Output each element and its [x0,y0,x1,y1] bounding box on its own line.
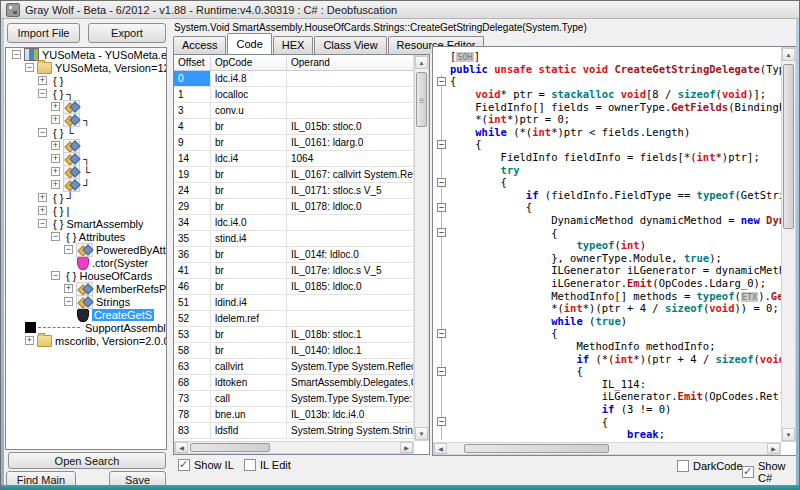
table-row[interactable]: 9brIL_0161: ldarg.0 [174,135,414,151]
tree-item[interactable]: +MemberRefsPr [6,282,166,295]
fold-gutter[interactable] [433,403,450,416]
table-row[interactable]: 46brIL_0185: ldloc.0 [174,279,414,295]
tree-expander-icon[interactable]: − [51,232,60,241]
table-row[interactable]: 24brIL_0171: stloc.s V_5 [174,183,414,199]
fold-collapse-icon[interactable]: − [437,178,446,187]
tree-expander-icon[interactable]: + [51,180,60,189]
tree-expander-icon[interactable]: − [38,89,47,98]
fold-gutter[interactable]: − [433,138,450,151]
fold-gutter[interactable] [433,113,450,126]
tree-expander-icon[interactable]: + [51,115,60,124]
column-header[interactable]: Offset [174,55,211,70]
fold-gutter[interactable] [433,277,450,290]
tree-item[interactable]: −{ } SmartAssembly [6,217,166,230]
code-vscroll-thumb[interactable] [783,64,794,229]
tree-expander-icon[interactable]: − [64,297,73,306]
fold-gutter[interactable] [433,151,450,164]
tree-item[interactable]: .ctor(Syster [6,256,166,269]
fold-gutter[interactable]: − [433,365,450,378]
fold-gutter[interactable] [433,289,450,302]
table-row[interactable]: 19brIL_0167: callvirt System.Reflection. [174,167,414,183]
fold-gutter[interactable] [433,214,450,227]
show-csharp-checkbox[interactable]: Show C# [742,460,799,484]
table-row[interactable]: 78bne.unIL_013b: ldc.i4.0 [174,407,414,423]
show-il-checkbox[interactable]: Show IL [178,459,234,471]
table-row[interactable]: 35stind.i4 [174,231,414,247]
table-row[interactable]: 34ldc.i4.0 [174,215,414,231]
il-table-scroll-down-arrow[interactable]: ▼ [415,427,428,440]
column-header[interactable]: OpCode [211,55,287,70]
code-scroll-down-arrow[interactable]: ▼ [782,428,795,441]
tree-expander-icon[interactable]: + [51,102,60,111]
tree-item[interactable]: CreateGetS [6,308,166,321]
fold-gutter[interactable] [433,100,450,113]
darkcode-checkbox[interactable]: DarkCode [677,460,743,472]
tab-code[interactable]: Code [227,33,271,54]
csharp-code-panel[interactable]: [SOH]public unsafe static void CreateGet… [432,46,797,456]
table-row[interactable]: 36brIL_014f: ldloc.0 [174,247,414,263]
table-row[interactable]: 3conv.u [174,103,414,119]
tree-item[interactable]: +┘ [6,178,166,191]
fold-gutter[interactable] [433,264,450,277]
tree-expander-icon[interactable]: + [51,167,60,176]
fold-gutter[interactable]: − [433,226,450,239]
tree-item[interactable]: −{ } ┐ [6,87,166,100]
fold-collapse-icon[interactable]: − [437,77,446,86]
tree-item[interactable]: +{ } | [6,204,166,217]
fold-collapse-icon[interactable]: − [437,367,446,376]
tree-item[interactable]: −Strings [6,295,166,308]
tree-item[interactable]: −YUSoMeta, Version=12.34. [6,61,166,74]
fold-gutter[interactable] [433,252,450,265]
tree-item[interactable]: −{ } Attributes [6,230,166,243]
title-bar[interactable]: Gray Wolf - Beta - 6/2012 - v1.88 - Runt… [1,1,799,19]
tree-expander-icon[interactable]: + [38,206,47,215]
il-table-scroll-up-arrow[interactable]: ▲ [415,56,428,69]
fold-gutter[interactable] [433,302,450,315]
table-row[interactable]: 1localloc [174,87,414,103]
table-row[interactable]: 0ldc.i4.8 [174,71,414,87]
tree-item[interactable]: +mscorlib, Version=2.0.0.0, C [6,334,166,347]
fold-gutter[interactable]: − [433,176,450,189]
fold-collapse-icon[interactable]: − [437,203,446,212]
table-row[interactable]: 53brIL_018b: stloc.1 [174,327,414,343]
fold-gutter[interactable] [433,352,450,365]
import-file-button[interactable]: Import File [7,23,80,43]
fold-gutter[interactable] [433,189,450,202]
tab-hex[interactable]: HEX [273,36,314,54]
table-row[interactable]: 58brIL_0140: ldloc.1 [174,343,414,359]
open-search-button[interactable]: Open Search [8,452,166,469]
tree-expander-icon[interactable]: − [64,245,73,254]
fold-gutter[interactable]: − [433,75,450,88]
table-row[interactable]: 63callvirtSystem.Type System.Reflection.… [174,359,414,375]
code-hscroll-thumb[interactable] [464,444,609,453]
tree-item[interactable]: +{ } ┘ [6,191,166,204]
tree-expander-icon[interactable]: + [51,154,60,163]
fold-gutter[interactable] [433,50,450,63]
tree-expander-icon[interactable]: + [38,193,47,202]
tab-class-view[interactable]: Class View [314,36,386,54]
fold-gutter[interactable]: − [433,415,450,428]
fold-gutter[interactable] [433,239,450,252]
column-header[interactable]: Operand [287,55,414,70]
tree-expander-icon[interactable]: − [51,271,60,280]
il-table-vscroll-thumb[interactable]: ☰ [416,72,427,127]
tree-item[interactable]: −{ } └ [6,126,166,139]
tree-item[interactable]: −YUSoMeta - YUSoMeta.exe [6,48,166,61]
fold-gutter[interactable] [433,163,450,176]
tree-expander-icon[interactable]: + [51,141,60,150]
code-scroll-left-arrow[interactable]: ◀ [434,443,447,454]
tree-item[interactable]: −PoweredByAttr [6,243,166,256]
table-row[interactable]: 52ldelem.ref [174,311,414,327]
export-button[interactable]: Export [88,23,166,43]
fold-gutter[interactable]: − [433,201,450,214]
table-row[interactable]: 29brIL_0178: ldloc.0 [174,199,414,215]
table-row[interactable]: 83ldsfldSystem.String System.String::Emp… [174,423,414,439]
fold-gutter[interactable] [433,428,450,441]
tree-expander-icon[interactable]: + [38,76,47,85]
code-scroll-up-arrow[interactable]: ▲ [782,48,795,61]
tree-item[interactable]: −{ } HouseOfCards [6,269,166,282]
il-edit-checkbox[interactable]: IL Edit [244,459,291,471]
fold-gutter[interactable] [433,314,450,327]
code-vscrollbar[interactable]: ▲ ▼ [781,47,796,442]
tab-access[interactable]: Access [173,36,226,54]
